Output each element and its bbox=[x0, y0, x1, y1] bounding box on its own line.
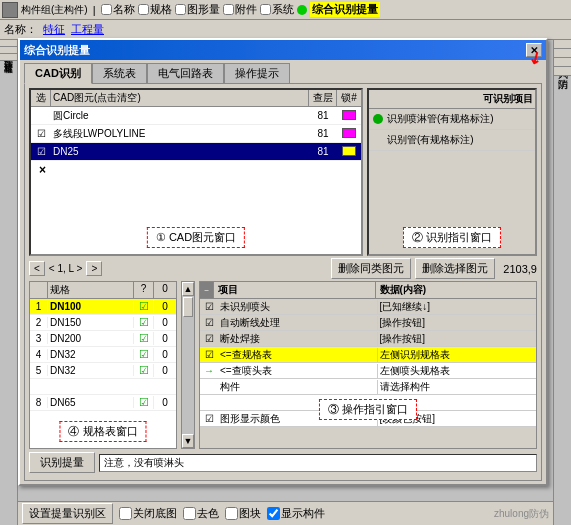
data-col-item-header: 项目 bbox=[214, 282, 376, 298]
cad-row-polyline[interactable]: ☑ 多线段LWPOLYLINE 81 bbox=[31, 125, 361, 143]
sidebar-tab-components[interactable]: 构件管理器 bbox=[0, 40, 17, 47]
cad-cell-name-1: 圆Circle bbox=[51, 109, 309, 123]
right-panel-item-1[interactable]: 识别喷淋管(有规格标注) bbox=[369, 109, 535, 130]
data-data-6: 请选择构件 bbox=[378, 380, 537, 394]
spec-name-3: DN200 bbox=[48, 333, 134, 344]
feature-label: 特征 bbox=[43, 22, 65, 37]
data-data-8: [改颜色按钮] bbox=[378, 412, 537, 426]
second-toolbar: 名称： 特征 工程量 bbox=[0, 20, 571, 40]
spec-row-3[interactable]: 3 DN200 ☑ 0 bbox=[30, 331, 176, 347]
cad-header-layer: 查层 bbox=[309, 90, 337, 106]
nav-right-button[interactable]: > bbox=[86, 261, 102, 276]
sidebar-tab-electric[interactable]: 电 bbox=[554, 49, 571, 58]
checkbox-system[interactable]: 系统 bbox=[260, 2, 294, 17]
dialog: 综合识别提量 ✕ CAD识别 系统表 电气回路表 操作提示 bbox=[18, 38, 548, 486]
cad-row-dn25[interactable]: ☑ DN25 81 bbox=[31, 143, 361, 161]
tab-system[interactable]: 系统表 bbox=[92, 63, 147, 84]
cad-header-sel: 选 bbox=[31, 90, 51, 106]
item-1-label: 识别喷淋管(有规格标注) bbox=[387, 112, 494, 126]
sidebar-tab-engineering[interactable]: 工程量核对 bbox=[0, 54, 17, 61]
show-component-checkbox[interactable]: 显示构件 bbox=[267, 506, 325, 521]
cad-cell-lock-2 bbox=[337, 128, 361, 140]
data-item-6: 构件 bbox=[218, 380, 378, 394]
data-data-2: [操作按钮] bbox=[378, 316, 537, 330]
data-data-4: 左侧识别规格表 bbox=[378, 348, 537, 362]
spec-scrollbar[interactable]: ▲ ▼ bbox=[181, 281, 195, 449]
tab-cad[interactable]: CAD识别 bbox=[24, 63, 92, 84]
data-check-5: → bbox=[200, 365, 218, 376]
set-area-button[interactable]: 设置提量识别区 bbox=[22, 503, 113, 524]
spec-panel: 规格 ? 0 1 DN100 ☑ 0 bbox=[29, 281, 177, 449]
spec-row-8[interactable]: 8 DN65 ☑ 0 bbox=[30, 395, 176, 411]
empty-dot-item-2 bbox=[373, 135, 383, 145]
data-item-2: 自动断线处理 bbox=[218, 316, 378, 330]
coordinates: 2103,9 bbox=[503, 263, 537, 275]
nav-position: < 1, L > bbox=[49, 263, 83, 274]
close-floor-checkbox[interactable]: 关闭底图 bbox=[119, 506, 177, 521]
component-group-label: 构件组(主构件) bbox=[21, 3, 88, 17]
tab-hints[interactable]: 操作提示 bbox=[224, 63, 290, 84]
spec-col-q-header: ? bbox=[134, 282, 154, 298]
right-identifiable-panel: 可识别项目 识别喷淋管(有规格标注) 识别管(有规格标注) bbox=[367, 88, 537, 256]
nav-left-button[interactable]: < bbox=[29, 261, 45, 276]
spec-q-2: ☑ bbox=[134, 316, 154, 329]
spec-num-2: 2 bbox=[30, 317, 48, 328]
dialog-close-button[interactable]: ✕ bbox=[526, 43, 542, 57]
name-label: 名称： bbox=[4, 22, 37, 37]
spec-col-num-header bbox=[30, 282, 48, 298]
green-dot-item-1 bbox=[373, 114, 383, 124]
data-data-1: [已知继续↓] bbox=[378, 300, 537, 314]
decolor-checkbox[interactable]: 去色 bbox=[183, 506, 219, 521]
sidebar-tab-lib[interactable]: 构件库 bbox=[0, 47, 17, 54]
checkbox-spec[interactable]: 规格 bbox=[138, 2, 172, 17]
cad-cell-lock-3 bbox=[337, 146, 361, 158]
spec-row-1[interactable]: 1 DN100 ☑ 0 bbox=[30, 299, 176, 315]
sidebar-tab-water[interactable]: 水 bbox=[554, 40, 571, 49]
green-dot-icon bbox=[297, 5, 307, 15]
scroll-up-button[interactable]: ▲ bbox=[182, 282, 194, 296]
spec-val-3: 0 bbox=[154, 333, 176, 344]
data-row-3[interactable]: ☑ 断处焊接 [操作按钮] bbox=[200, 331, 536, 347]
identify-button[interactable]: 识别提量 bbox=[29, 452, 95, 473]
data-row-8[interactable]: ☑ 图形显示颜色 [改颜色按钮] bbox=[200, 411, 536, 427]
highlight-toolbar-label: 综合识别提量 bbox=[310, 2, 380, 17]
data-row-4[interactable]: ☑ <=查规格表 左侧识别规格表 bbox=[200, 347, 536, 363]
checkbox-attachment[interactable]: 附件 bbox=[223, 2, 257, 17]
spec-name-1: DN100 bbox=[48, 301, 134, 312]
cad-cell-layer-1: 81 bbox=[309, 110, 337, 121]
spec-q-5: ☑ bbox=[134, 364, 154, 377]
data-row-6[interactable]: 构件 请选择构件 bbox=[200, 379, 536, 395]
spec-val-2: 0 bbox=[154, 317, 176, 328]
sidebar-tab-wind[interactable]: 风 bbox=[554, 58, 571, 67]
footer: 设置提量识别区 关闭底图 去色 图块 显示构件 zhulong防伪 bbox=[18, 501, 553, 525]
data-row-1[interactable]: ☑ 未识别喷头 [已知继续↓] bbox=[200, 299, 536, 315]
data-item-3: 断处焊接 bbox=[218, 332, 378, 346]
data-row-2[interactable]: ☑ 自动断线处理 [操作按钮] bbox=[200, 315, 536, 331]
spec-row-5[interactable]: 5 DN32 ☑ 0 bbox=[30, 363, 176, 379]
block-checkbox[interactable]: 图块 bbox=[225, 506, 261, 521]
checkbox-name[interactable]: 名称 bbox=[101, 2, 135, 17]
delete-selected-button[interactable]: 删除选择图元 bbox=[415, 258, 495, 279]
data-row-7 bbox=[200, 395, 536, 411]
sidebar-tab-fire[interactable]: 消防 bbox=[554, 67, 571, 76]
spec-num-8: 8 bbox=[30, 397, 48, 408]
cad-cell-layer-3: 81 bbox=[309, 146, 337, 157]
right-panel-item-2[interactable]: 识别管(有规格标注) bbox=[369, 130, 535, 151]
data-data-5: 左侧喷头规格表 bbox=[378, 364, 537, 378]
checkbox-shape[interactable]: 图形量 bbox=[175, 2, 220, 17]
cad-cell-layer-2: 81 bbox=[309, 128, 337, 139]
cad-table-header: 选 CAD图元(点击清空) 查层 锁# bbox=[31, 90, 361, 107]
data-row-5[interactable]: → <=查喷头表 左侧喷头规格表 bbox=[200, 363, 536, 379]
spec-row-2[interactable]: 2 DN150 ☑ 0 bbox=[30, 315, 176, 331]
spec-row-4[interactable]: 4 DN32 ☑ 0 bbox=[30, 347, 176, 363]
cad-header-name: CAD图元(点击清空) bbox=[51, 90, 309, 106]
cad-row-circle[interactable]: 圆Circle 81 bbox=[31, 107, 361, 125]
cad-header-lock: 锁# bbox=[337, 90, 361, 106]
delete-same-button[interactable]: 删除同类图元 bbox=[331, 258, 411, 279]
engineering-label: 工程量 bbox=[71, 22, 104, 37]
tab-circuit[interactable]: 电气回路表 bbox=[147, 63, 224, 84]
data-panel: － 项目 数据(内容) ☑ 未识别喷头 [已知继续↓] bbox=[199, 281, 537, 449]
scroll-down-button[interactable]: ▼ bbox=[182, 434, 194, 448]
spec-num-5: 5 bbox=[30, 365, 48, 376]
spec-val-5: 0 bbox=[154, 365, 176, 376]
